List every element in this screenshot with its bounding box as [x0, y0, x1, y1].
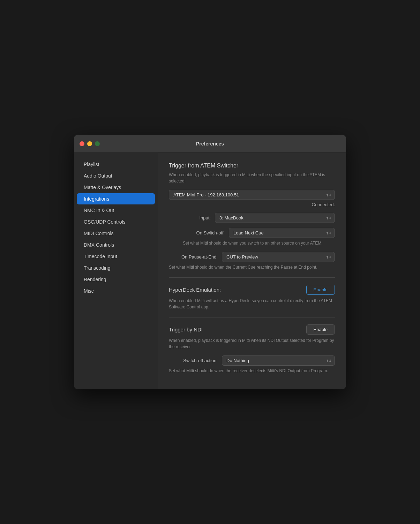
sidebar-item-playlist[interactable]: Playlist: [77, 159, 155, 170]
input-label: Input:: [169, 215, 211, 220]
sidebar-item-midi-controls[interactable]: MIDI Controls: [77, 228, 155, 239]
divider-2: [169, 317, 335, 317]
ndi-switch-off-select-wrapper: Do Nothing Load Next Cue Stop ⬆⬇: [222, 355, 335, 366]
hyperdeck-enable-button[interactable]: Enable: [306, 285, 335, 295]
input-row: Input: 3: MacBook ⬆⬇: [169, 213, 335, 223]
ndi-title: Trigger by NDI: [169, 327, 203, 332]
preferences-window: Preferences Playlist Audio Output Matte …: [74, 135, 346, 389]
pause-at-end-row: On Pause-at-End: CUT to Preview Do Nothi…: [169, 252, 335, 262]
titlebar: Preferences: [74, 135, 346, 153]
ndi-switch-off-row: Switch-off action: Do Nothing Load Next …: [169, 355, 335, 366]
sidebar-item-dmx-controls[interactable]: DMX Controls: [77, 239, 155, 250]
hyperdeck-row: HyperDeck Emulation: Enable: [169, 285, 335, 295]
window-content: Playlist Audio Output Matte & Overlays I…: [74, 153, 346, 389]
ndi-switch-off-desc: Set what Mitti should do when the receiv…: [169, 368, 335, 374]
atem-section-desc: When enabled, playback is triggered in M…: [169, 172, 335, 184]
switch-off-label: On Switch-off:: [183, 230, 225, 235]
pause-at-end-select[interactable]: CUT to Preview Do Nothing: [222, 252, 335, 262]
input-select[interactable]: 3: MacBook: [215, 213, 335, 223]
window-title: Preferences: [196, 141, 224, 147]
ndi-enable-button[interactable]: Enable: [306, 324, 335, 335]
pause-at-end-desc: Set what Mitti should do when the Curren…: [169, 264, 335, 270]
minimize-button[interactable]: [87, 141, 92, 146]
ndi-row: Trigger by NDI Enable: [169, 324, 335, 335]
atem-section-title: Trigger from ATEM Switcher: [169, 163, 335, 169]
close-button[interactable]: [80, 141, 84, 146]
hyperdeck-label: HyperDeck Emulation:: [169, 287, 221, 293]
maximize-button[interactable]: [95, 141, 100, 146]
sidebar-item-misc[interactable]: Misc: [77, 285, 155, 297]
atem-device-select[interactable]: ATEM Mini Pro - 192.168.100.51: [169, 190, 335, 200]
pause-at-end-label: On Pause-at-End:: [169, 254, 218, 260]
switch-off-row: On Switch-off: Load Next Cue Do Nothing …: [169, 228, 335, 238]
input-select-wrapper: 3: MacBook ⬆⬇: [215, 213, 335, 223]
sidebar-item-rendering[interactable]: Rendering: [77, 274, 155, 285]
sidebar: Playlist Audio Output Matte & Overlays I…: [74, 153, 158, 389]
pause-at-end-select-wrapper: CUT to Preview Do Nothing ⬆⬇: [222, 252, 335, 262]
ndi-desc: When enabled, playback is triggered in M…: [169, 337, 335, 350]
ndi-switch-off-label: Switch-off action:: [169, 358, 218, 363]
divider-1: [169, 277, 335, 278]
switch-off-select-wrapper: Load Next Cue Do Nothing Stop ⬆⬇: [229, 228, 335, 238]
ndi-switch-off-select[interactable]: Do Nothing Load Next Cue Stop: [222, 355, 335, 366]
sidebar-item-nmc-in-out[interactable]: NMC In & Out: [77, 205, 155, 216]
sidebar-item-integrations[interactable]: Integrations: [77, 193, 155, 204]
hyperdeck-desc: When enabled Mitti will act as a HyperDe…: [169, 298, 335, 310]
switch-off-desc: Set what Mitti should do when you switch…: [169, 240, 335, 246]
window-controls: [80, 141, 100, 146]
atem-device-select-wrapper: ATEM Mini Pro - 192.168.100.51 ⬆⬇: [169, 190, 335, 200]
atem-status: Connected.: [169, 202, 335, 207]
sidebar-item-timecode-input[interactable]: Timecode Input: [77, 251, 155, 262]
sidebar-item-transcoding[interactable]: Transcoding: [77, 262, 155, 274]
sidebar-item-matte-overlays[interactable]: Matte & Overlays: [77, 182, 155, 193]
main-content: Trigger from ATEM Switcher When enabled,…: [158, 153, 346, 389]
switch-off-select[interactable]: Load Next Cue Do Nothing Stop: [229, 228, 335, 238]
sidebar-item-audio-output[interactable]: Audio Output: [77, 170, 155, 181]
sidebar-item-osc-udp[interactable]: OSC/UDP Controls: [77, 216, 155, 227]
